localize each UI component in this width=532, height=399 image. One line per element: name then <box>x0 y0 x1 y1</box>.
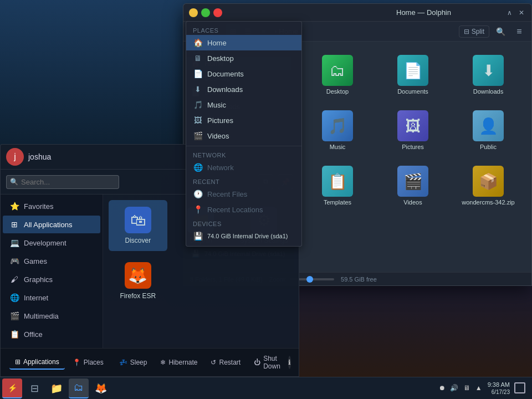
dd-music-label: Music <box>207 101 226 109</box>
sidebar-item-label: Games <box>24 257 47 265</box>
dd-recent-files-label: Recent Files <box>207 190 247 198</box>
search-input[interactable] <box>6 175 119 189</box>
dd-home-icon: 🏠 <box>193 38 203 47</box>
file-icon-glyph: 👤 <box>479 117 498 135</box>
app-icon: 🛍 <box>125 207 151 233</box>
hibernate-icon: ❄ <box>160 359 166 366</box>
taskbar-settings-button[interactable]: ⊟ <box>24 378 44 398</box>
file-item-downloads[interactable]: ⬇ Downloads <box>454 50 523 99</box>
launcher-sidebar-item-development[interactable]: 💻 Development <box>3 234 100 252</box>
collapse-button[interactable]: ∧ <box>505 8 514 17</box>
user-avatar: j <box>6 148 24 166</box>
dd-desktop-label: Desktop <box>207 54 234 63</box>
firefox-button[interactable]: 🦊 <box>91 378 111 398</box>
dd-recent-locs-label: Recent Locations <box>207 206 263 214</box>
sidebar-icon: 💻 <box>9 238 19 248</box>
dd-videos-item[interactable]: 🎬 Videos <box>186 128 301 144</box>
launcher-bottom-bar: ⊞ Applications 📍 Places 💤 Sleep ❄ Hibern… <box>1 348 299 376</box>
app-tile-discover[interactable]: 🛍 Discover <box>109 200 167 251</box>
launcher-sidebar-item-office[interactable]: 📋 Office <box>3 325 100 343</box>
dd-drive-item[interactable]: 💾 74.0 GiB Internal Drive (sda1) <box>186 228 301 244</box>
launcher-sidebar-item-games[interactable]: 🎮 Games <box>3 252 100 270</box>
window-overview-button[interactable] <box>514 382 525 393</box>
file-item-wondercms-342-zip[interactable]: 📦 wondercms-342.zip <box>454 161 523 210</box>
dd-pictures-item[interactable]: 🖼 Pictures <box>186 112 301 128</box>
info-button[interactable]: ℹ <box>288 356 291 369</box>
record-icon[interactable]: ⏺ <box>438 383 447 392</box>
search-button[interactable]: 🔍 <box>493 24 508 39</box>
sidebar-icon: 📋 <box>9 329 19 339</box>
file-icon-glyph: 📦 <box>479 172 498 191</box>
file-icon-glyph: 🖼 <box>405 117 421 135</box>
volume-icon[interactable]: 🔊 <box>450 383 459 392</box>
restart-label: Restart <box>219 359 241 366</box>
sidebar-item-label: Office <box>24 330 43 339</box>
file-item-templates[interactable]: 📋 Templates <box>303 161 372 210</box>
dolphin-titlebar: − □ ✕ Home — Dolphin ∧ ✕ <box>183 4 531 22</box>
file-item-videos[interactable]: 🎬 Videos <box>378 161 447 210</box>
file-item-public[interactable]: 👤 Public <box>454 106 523 155</box>
split-button[interactable]: ⊟ Split <box>459 25 489 38</box>
launcher-sidebar-item-favorites[interactable]: ⭐ Favorites <box>3 197 100 215</box>
launcher-sidebar-item-graphics[interactable]: 🖌 Graphics <box>3 270 100 288</box>
dd-home-item[interactable]: 🏠 Home <box>186 35 301 50</box>
dd-places-label: Places <box>186 24 301 35</box>
sidebar-icon: ⭐ <box>9 201 19 211</box>
hibernate-button[interactable]: ❄ Hibernate <box>155 356 203 369</box>
dd-drive-label: 74.0 GiB Internal Drive (sda1) <box>207 233 288 239</box>
launcher-sidebar-item-science---math[interactable]: 🔬 Science & Math <box>3 344 100 348</box>
zoom-slider-thumb[interactable] <box>306 276 313 283</box>
dd-desktop-icon: 🖥 <box>193 54 203 63</box>
date-display: 6/17/23 <box>488 388 510 396</box>
maximize-button[interactable]: □ <box>201 8 210 17</box>
dolphin-content: 🗂 Desktop 📄 Documents ⬇ Downloads 🎵 Musi… <box>294 42 531 272</box>
launcher-sidebar-item-all-applications[interactable]: ⊞ All Applications <box>3 216 100 233</box>
file-item-pictures[interactable]: 🖼 Pictures <box>378 106 447 155</box>
file-name: Templates <box>324 199 351 206</box>
sleep-label: Sleep <box>130 359 147 366</box>
dd-documents-item[interactable]: 📄 Documents <box>186 66 301 81</box>
restart-icon: ↺ <box>211 359 216 366</box>
shutdown-button[interactable]: ⏻ Shut Down <box>248 352 286 373</box>
file-icon: 📋 <box>322 166 353 197</box>
file-item-documents[interactable]: 📄 Documents <box>378 50 447 99</box>
launcher-sidebar-item-multimedia[interactable]: 🎬 Multimedia <box>3 307 100 325</box>
free-space: 59.5 GiB free <box>341 276 377 283</box>
tray-arrow-icon[interactable]: ▲ <box>474 383 483 392</box>
split-label: Split <box>472 28 484 35</box>
dd-downloads-item[interactable]: ⬇ Downloads <box>186 81 301 97</box>
split-icon: ⊟ <box>464 28 469 35</box>
time-display: 9:38 AM <box>488 381 510 388</box>
dd-pictures-icon: 🖼 <box>193 116 203 125</box>
dd-divider-1 <box>186 146 301 146</box>
dd-network-item[interactable]: 🌐 Network <box>186 160 301 175</box>
dd-downloads-label: Downloads <box>207 85 243 94</box>
file-icon: 📦 <box>473 166 504 197</box>
file-item-music[interactable]: 🎵 Music <box>303 106 372 155</box>
dd-desktop-item[interactable]: 🖥 Desktop <box>186 50 301 66</box>
launcher-button[interactable]: ⚡ <box>2 378 22 398</box>
app-label: Discover <box>125 237 151 244</box>
sidebar-icon: 🎮 <box>9 256 19 266</box>
sidebar-item-label: Internet <box>24 294 48 302</box>
display-icon[interactable]: 🖥 <box>462 383 471 392</box>
places-tab[interactable]: 📍 Places <box>67 356 109 369</box>
launcher-sidebar-item-internet[interactable]: 🌐 Internet <box>3 289 100 306</box>
sleep-button[interactable]: 💤 Sleep <box>114 356 153 369</box>
menu-button[interactable]: ≡ <box>511 24 527 39</box>
file-name: Pictures <box>402 144 424 150</box>
dd-music-item[interactable]: 🎵 Music <box>186 97 301 112</box>
win-close-button[interactable]: ✕ <box>517 8 526 17</box>
restart-button[interactable]: ↺ Restart <box>205 356 246 369</box>
applications-tab[interactable]: ⊞ Applications <box>9 355 65 370</box>
system-tray: ⏺ 🔊 🖥 ▲ <box>438 383 483 392</box>
files-button[interactable]: 📁 <box>47 378 66 398</box>
file-icon-glyph: 🗂 <box>330 62 345 80</box>
file-icon: 🎵 <box>322 110 353 141</box>
file-item-desktop[interactable]: 🗂 Desktop <box>303 50 372 99</box>
close-button[interactable]: ✕ <box>213 8 222 17</box>
dd-recent-label: Recent <box>186 175 301 186</box>
minimize-button[interactable]: − <box>189 8 198 17</box>
app-tile-firefox-esr[interactable]: 🦊 Firefox ESR <box>109 255 167 306</box>
files2-button[interactable]: 🗂 <box>69 378 89 398</box>
